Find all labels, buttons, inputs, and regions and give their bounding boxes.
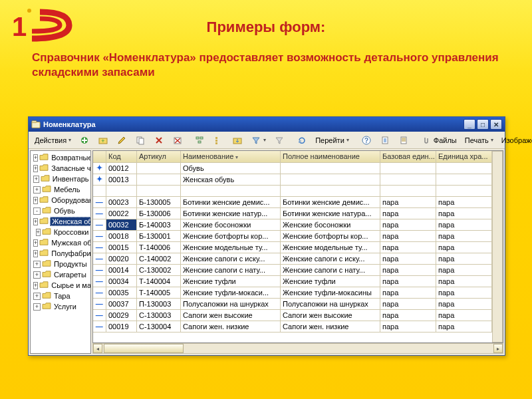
grid-column-header[interactable]: Артикул: [137, 151, 181, 162]
grid-cell[interactable]: С-130004: [137, 321, 181, 332]
tree-expander[interactable]: +: [33, 239, 38, 247]
tree-expander[interactable]: +: [33, 197, 38, 204]
tree-item[interactable]: +Услуги: [32, 301, 90, 312]
actions-menu[interactable]: Действия ▾: [31, 134, 74, 147]
grid-cell[interactable]: Ботинки женские демис...: [281, 196, 380, 207]
add-folder-button[interactable]: +: [94, 134, 112, 147]
grid-vertical-scrollbar[interactable]: [492, 151, 503, 342]
table-row[interactable]: —00035Т-140005Женские туфли-мокаси...Жен…: [93, 287, 492, 298]
grid-cell[interactable]: 00037: [106, 298, 137, 309]
grid-cell[interactable]: Б-130006: [137, 207, 181, 219]
tree-item[interactable]: +Сырье и матери: [32, 280, 90, 291]
grid-cell[interactable]: пара: [436, 219, 492, 230]
filter-button[interactable]: ▾: [247, 134, 269, 147]
grid-cell[interactable]: пара: [380, 230, 436, 241]
grid-cell[interactable]: [380, 174, 436, 185]
grid-cell[interactable]: Т-140006: [137, 241, 181, 253]
tree-expander[interactable]: +: [33, 303, 41, 311]
tree-item[interactable]: +Возвратные отх: [32, 152, 90, 163]
grid-cell[interactable]: пара: [436, 207, 492, 219]
grid-cell[interactable]: Б-130001: [137, 230, 181, 241]
grid-cell[interactable]: [181, 185, 281, 196]
grid-cell[interactable]: пара: [380, 253, 436, 264]
mark-button[interactable]: [169, 134, 186, 147]
grid-cell[interactable]: пара: [436, 309, 492, 321]
settings-button[interactable]: [395, 134, 412, 147]
grid-cell[interactable]: пара: [436, 196, 492, 207]
grid-cell[interactable]: Женские ботфорты кор...: [281, 230, 380, 241]
scroll-left-button[interactable]: ◂: [93, 344, 102, 353]
grid-cell[interactable]: —: [93, 219, 106, 230]
grid-cell[interactable]: Т-140005: [137, 287, 181, 298]
grid-cell[interactable]: Сапоги жен высокие: [181, 309, 281, 321]
grid-cell[interactable]: пара: [436, 230, 492, 241]
grid-cell[interactable]: —: [93, 264, 106, 275]
maximize-button[interactable]: □: [477, 119, 489, 130]
grid-cell[interactable]: Женские босоножки: [181, 219, 281, 230]
grid-cell[interactable]: Женская обувь: [181, 174, 281, 185]
grid-cell[interactable]: [93, 185, 106, 196]
grid-cell[interactable]: 00015: [106, 241, 137, 253]
tree-expander[interactable]: +: [33, 261, 41, 268]
tree-item[interactable]: +Женская об: [32, 216, 90, 227]
tree-item[interactable]: +Запасные части: [32, 163, 90, 174]
copy-button[interactable]: [132, 134, 149, 147]
files-button[interactable]: Файлы: [418, 134, 460, 147]
grid-cell[interactable]: пара: [380, 298, 436, 309]
table-row[interactable]: ✦00012Обувь: [93, 162, 492, 174]
window-titlebar[interactable]: Номенклатура _ □ ✕: [29, 117, 505, 132]
grid-cell[interactable]: пара: [436, 298, 492, 309]
grid-cell[interactable]: 00034: [106, 275, 137, 287]
grid-cell[interactable]: [137, 185, 181, 196]
tree-expander[interactable]: +: [33, 282, 38, 289]
grid-cell[interactable]: —: [93, 196, 106, 207]
grid-cell[interactable]: Сапоги жен. низкие: [181, 321, 281, 332]
grid-cell[interactable]: —: [93, 321, 106, 332]
help-button[interactable]: ?: [358, 134, 375, 147]
tree-expander[interactable]: -: [33, 207, 41, 215]
tree-expander[interactable]: +: [33, 186, 41, 194]
grid-cell[interactable]: 00014: [106, 264, 137, 275]
tree-expander[interactable]: +: [33, 165, 38, 172]
grid-cell[interactable]: пара: [380, 264, 436, 275]
grid-cell[interactable]: С-140002: [137, 253, 181, 264]
table-row[interactable]: —00015Т-140006Женские модельные ту...Жен…: [93, 241, 492, 253]
grid-cell[interactable]: ✦: [93, 162, 106, 174]
tree-expander[interactable]: +: [33, 218, 38, 225]
table-row[interactable]: —00014С-130002Женские сапоги с нату...Же…: [93, 264, 492, 275]
grid-cell[interactable]: Женские сапоги с иску...: [181, 253, 281, 264]
tree-item[interactable]: +Сигареты: [32, 269, 90, 280]
grid-cell[interactable]: 00032: [106, 219, 137, 230]
table-row[interactable]: —00022Б-130006Ботинки женские натур...Бо…: [93, 207, 492, 219]
goto-menu[interactable]: Перейти ▾: [312, 134, 352, 147]
grid-cell[interactable]: Женские туфли-мокаси...: [181, 287, 281, 298]
grid-cell[interactable]: Женские туфли-мокасины: [281, 287, 380, 298]
minimize-button[interactable]: _: [464, 119, 475, 130]
grid-cell[interactable]: Обувь: [181, 162, 281, 174]
grid-cell[interactable]: Сапоги жен. низкие: [281, 321, 380, 332]
tree-expander[interactable]: +: [33, 154, 38, 162]
grid-cell[interactable]: пара: [436, 275, 492, 287]
grid-cell[interactable]: пара: [436, 253, 492, 264]
grid-cell[interactable]: Полусапожки на шнурках: [281, 298, 380, 309]
tree-expander[interactable]: +: [36, 229, 41, 236]
grid-column-header[interactable]: [93, 151, 106, 162]
grid-cell[interactable]: Женские туфли: [181, 275, 281, 287]
table-row[interactable]: —00034Т-140004Женские туфлиЖенские туфли…: [93, 275, 492, 287]
table-row[interactable]: —00018Б-130001Женские ботфорты кор...Жен…: [93, 230, 492, 241]
grid-cell[interactable]: С-130003: [137, 309, 181, 321]
tree-item[interactable]: +Оборудование: [32, 195, 90, 205]
report-button[interactable]: [376, 134, 394, 147]
grid-cell[interactable]: —: [93, 230, 106, 241]
tree-expander[interactable]: +: [33, 293, 41, 300]
tree-expander[interactable]: +: [33, 271, 41, 279]
grid-cell[interactable]: пара: [380, 241, 436, 253]
grid-cell[interactable]: пара: [380, 309, 436, 321]
image-button[interactable]: Изображение: [498, 134, 532, 147]
grid-cell[interactable]: 00029: [106, 309, 137, 321]
grid-cell[interactable]: 00023: [106, 196, 137, 207]
table-row[interactable]: —00019С-130004Сапоги жен. низкиеСапоги ж…: [93, 321, 492, 332]
grid-cell[interactable]: 00013: [106, 174, 137, 185]
grid-cell[interactable]: Женские туфли: [281, 275, 380, 287]
grid-horizontal-scrollbar[interactable]: ◂ ▸: [92, 343, 504, 354]
